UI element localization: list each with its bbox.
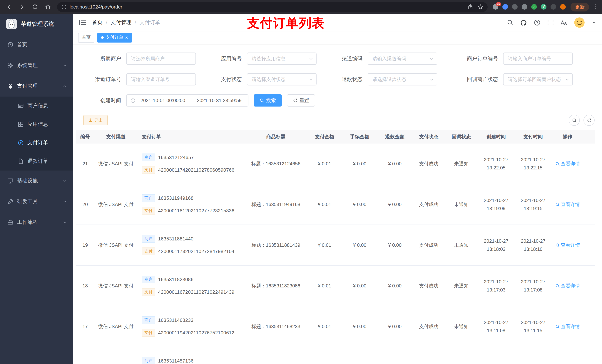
cell-refund: ¥ 0.00 — [377, 324, 412, 329]
cell-amount: ¥ 0.01 — [307, 161, 342, 166]
filter-input-field[interactable] — [126, 73, 196, 85]
reload-icon[interactable] — [32, 4, 38, 10]
merchant-tag: 商户 — [142, 316, 155, 324]
caret-down-icon[interactable] — [592, 20, 596, 25]
clock-icon — [130, 98, 136, 103]
filter-label: 退款状态 — [322, 76, 363, 83]
date-start-value[interactable]: 2021-10-01 00:00:00 — [138, 98, 188, 103]
sidebar-item[interactable]: 退款订单 — [0, 152, 73, 171]
filter-input[interactable] — [247, 73, 317, 85]
filter-input-field[interactable] — [126, 52, 196, 65]
extension-icon[interactable] — [522, 4, 527, 10]
filter-input-field[interactable] — [247, 73, 317, 85]
extension-icon[interactable]: V — [541, 4, 547, 10]
github-icon[interactable] — [520, 19, 527, 26]
user-avatar[interactable] — [574, 17, 585, 28]
extension-icon[interactable]: 10 — [493, 4, 499, 10]
filter-input-field[interactable] — [368, 52, 437, 65]
breadcrumb-item[interactable]: 支付管理 — [103, 19, 131, 26]
view-tab[interactable]: 首页 — [78, 33, 94, 42]
chevron-down-icon[interactable] — [429, 56, 434, 61]
filter-input-field[interactable] — [503, 52, 573, 65]
filter-input-field[interactable] — [368, 73, 437, 85]
filter-input[interactable] — [247, 52, 317, 65]
search-icon[interactable] — [507, 19, 514, 26]
filter-input[interactable] — [368, 52, 437, 65]
merchant-tag: 商户 — [142, 357, 155, 364]
pay-tag: 支付 — [142, 166, 155, 174]
cell-amount: ¥ 0.01 — [307, 324, 342, 329]
reset-button[interactable]: 重置 — [287, 94, 315, 106]
view-tab[interactable]: 支付订单 — [97, 33, 132, 42]
site-info-icon[interactable] — [62, 4, 67, 10]
sidebar-item[interactable]: 研发工具 — [0, 191, 73, 212]
sidebar-item[interactable]: 工作流程 — [0, 212, 73, 233]
merchant-order-no: 1635311881440 — [158, 236, 194, 241]
fullscreen-icon[interactable] — [547, 19, 554, 26]
chevron-down-icon[interactable] — [308, 56, 314, 61]
browser-menu-icon[interactable] — [592, 4, 598, 10]
cell-status: 支付成功 — [412, 242, 445, 248]
breadcrumb: 首页 支付管理 支付订单 — [92, 19, 160, 26]
page-header: 首页 支付管理 支付订单 支付订单列表 — [73, 14, 602, 31]
filter-input[interactable] — [126, 73, 196, 85]
help-icon[interactable] — [534, 19, 540, 26]
refresh-table-button[interactable] — [583, 115, 595, 126]
filter-input[interactable] — [368, 73, 437, 85]
app-logo[interactable]: 芋道管理系统 — [0, 14, 73, 34]
chevron-down-icon[interactable] — [429, 77, 434, 82]
view-detail-link[interactable]: 查看详情 — [555, 242, 580, 248]
view-detail-link[interactable]: 查看详情 — [555, 323, 580, 330]
cell-created-time: 2021-10-27 13:22:05 — [478, 156, 515, 172]
cell-channel: 微信 JSAPI 支付 — [94, 242, 137, 248]
date-end-value[interactable]: 2021-10-31 23:59:59 — [194, 98, 244, 103]
search-button[interactable]: 搜索 — [254, 94, 282, 106]
view-detail-link[interactable]: 查看详情 — [555, 282, 580, 289]
browser-update-button[interactable]: 更新 — [570, 2, 589, 11]
cell-notify-status: 未通知 — [445, 201, 478, 208]
filter-input[interactable] — [503, 52, 573, 65]
sidebar-item[interactable]: 应用信息 — [0, 115, 73, 134]
bookmark-star-icon[interactable] — [478, 4, 483, 10]
sidebar-toggle-icon[interactable] — [79, 19, 86, 26]
share-icon[interactable] — [468, 4, 473, 10]
view-detail-link[interactable]: 查看详情 — [555, 160, 580, 167]
filter-input[interactable] — [126, 52, 196, 65]
filter-input[interactable] — [503, 73, 573, 85]
filter-input-field[interactable] — [247, 52, 317, 65]
filter-label: 支付状态 — [201, 76, 242, 83]
sidebar-item[interactable]: 商户信息 — [0, 96, 73, 115]
cell-paid-time: 2021-10-27 13:11:15 — [515, 319, 552, 334]
forward-icon[interactable] — [19, 4, 25, 10]
search-icon — [572, 118, 577, 123]
extension-icon[interactable] — [560, 4, 566, 10]
font-size-icon[interactable] — [560, 19, 567, 26]
url-bar[interactable]: localhost:1024/pay/order — [57, 2, 488, 12]
sidebar-item[interactable]: 支付订单 — [0, 134, 73, 152]
chevron-down-icon[interactable] — [308, 77, 314, 82]
extension-icon[interactable] — [502, 4, 508, 10]
tab-close-icon[interactable] — [125, 35, 128, 40]
sidebar-item[interactable]: 支付管理 — [0, 76, 73, 96]
view-detail-link[interactable]: 查看详情 — [555, 201, 580, 208]
home-icon[interactable] — [45, 4, 51, 10]
breadcrumb-item[interactable]: 支付订单 — [131, 19, 160, 26]
chevron-down-icon[interactable] — [565, 77, 570, 82]
back-icon[interactable] — [6, 4, 12, 10]
toggle-search-button[interactable] — [569, 115, 580, 126]
sidebar-item[interactable]: 基础设施 — [0, 171, 73, 191]
sidebar-menu: 首页 系统管理 支付管理 — [0, 34, 73, 233]
extension-icon[interactable]: ✓ — [531, 4, 537, 10]
extension-icon[interactable] — [550, 4, 557, 10]
target-icon — [18, 140, 24, 146]
sidebar-item-label: 应用信息 — [27, 121, 67, 128]
date-range-input[interactable]: 2021-10-01 00:00:00 2021-10-31 23:59:59 — [126, 94, 248, 106]
cell-status: 支付成功 — [412, 201, 445, 208]
sidebar-item[interactable]: 首页 — [0, 34, 73, 55]
filter-input-field[interactable] — [503, 73, 573, 85]
cell-refund: ¥ 0.00 — [377, 202, 412, 207]
sidebar-item[interactable]: 系统管理 — [0, 55, 73, 76]
export-button[interactable]: 导出 — [83, 115, 108, 125]
breadcrumb-item[interactable]: 首页 — [92, 19, 103, 26]
extension-icon[interactable] — [512, 4, 518, 10]
